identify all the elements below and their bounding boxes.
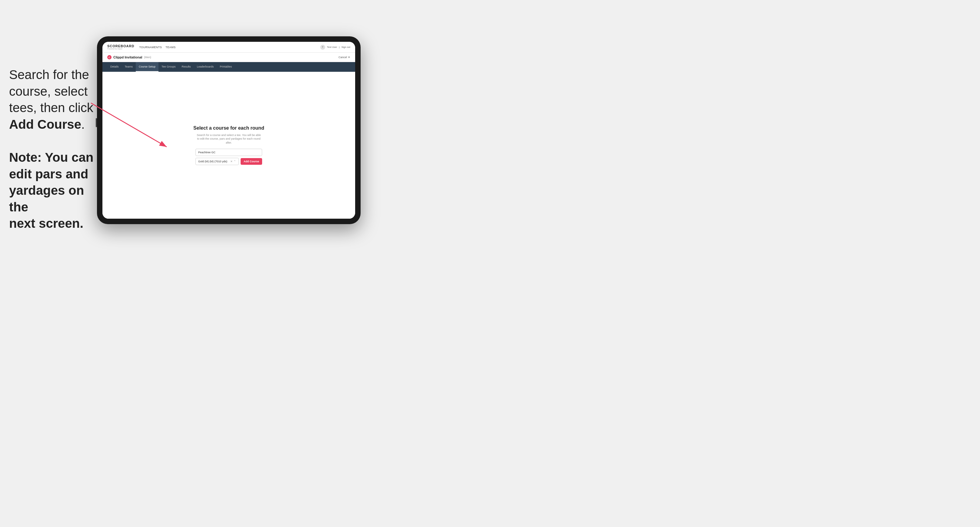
note-text: Note: You can edit pars and yardages on … — [9, 149, 97, 232]
tee-selector-row: Gold (M) (M) (7010 yds) ✕ ⌃ Add Course — [196, 158, 262, 165]
logo-title: SCOREBOARD — [107, 44, 134, 48]
nav-teams[interactable]: TEAMS — [165, 46, 176, 49]
tablet-screen: SCOREBOARD Powered by clippd TOURNAMENTS… — [102, 42, 355, 219]
nav-separator: | — [339, 46, 340, 48]
nav-left: SCOREBOARD Powered by clippd TOURNAMENTS… — [107, 44, 176, 50]
user-avatar: T — [320, 45, 325, 50]
tablet-side-button — [96, 118, 97, 127]
tab-details[interactable]: Details — [107, 62, 122, 72]
main-content: Select a course for each round Search fo… — [102, 72, 355, 219]
nav-right: T Test User | Sign out — [320, 45, 350, 50]
tab-leaderboards[interactable]: Leaderboards — [194, 62, 217, 72]
instruction-text: Search for the course, select tees, then… — [9, 67, 97, 133]
tournament-gender: (Men) — [144, 56, 151, 59]
tournament-header: C Clippd Invitational (Men) Cancel ✕ — [102, 53, 355, 62]
tournament-title-row: C Clippd Invitational (Men) — [107, 55, 151, 59]
sign-out-link[interactable]: Sign out — [342, 46, 350, 48]
tab-teams[interactable]: Teams — [122, 62, 136, 72]
tab-results[interactable]: Results — [179, 62, 194, 72]
tab-tee-groups[interactable]: Tee Groups — [159, 62, 179, 72]
tee-clear-icon[interactable]: ✕ — [230, 160, 233, 163]
nav-links: TOURNAMENTS TEAMS — [139, 46, 175, 49]
logo-subtitle: Powered by clippd — [107, 48, 134, 50]
tee-chevron-icon[interactable]: ⌃ — [234, 160, 236, 163]
logo: SCOREBOARD Powered by clippd — [107, 44, 134, 50]
tab-printables[interactable]: Printables — [217, 62, 235, 72]
clippd-icon: C — [107, 55, 111, 59]
nav-tournaments[interactable]: TOURNAMENTS — [139, 46, 162, 49]
instruction-panel: Search for the course, select tees, then… — [9, 67, 97, 232]
tournament-name: Clippd Invitational — [113, 56, 142, 59]
cancel-button[interactable]: Cancel ✕ — [339, 56, 350, 59]
tablet-device: SCOREBOARD Powered by clippd TOURNAMENTS… — [97, 37, 361, 224]
select-course-title: Select a course for each round — [193, 125, 264, 131]
tab-bar: Details Teams Course Setup Tee Groups Re… — [102, 62, 355, 72]
add-course-button[interactable]: Add Course — [240, 158, 262, 165]
tee-select[interactable]: Gold (M) (M) (7010 yds) ✕ ⌃ — [196, 158, 239, 165]
top-nav: SCOREBOARD Powered by clippd TOURNAMENTS… — [102, 42, 355, 53]
user-name: Test User — [327, 46, 337, 48]
tab-course-setup[interactable]: Course Setup — [136, 62, 159, 72]
tee-select-controls: ✕ ⌃ — [230, 160, 236, 163]
tee-select-value: Gold (M) (M) (7010 yds) — [198, 160, 227, 163]
course-search-input[interactable] — [196, 149, 262, 156]
select-course-subtitle: Search for a course and select a tee. Yo… — [196, 133, 262, 145]
